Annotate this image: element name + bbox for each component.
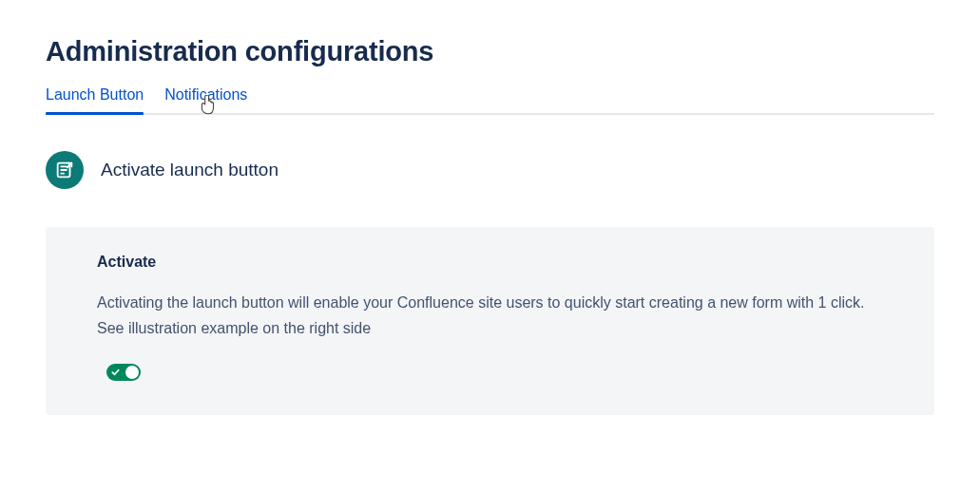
section-title: Activate launch button [101, 160, 279, 180]
page-title: Administration configurations [46, 36, 934, 67]
card-title: Activate [97, 254, 887, 271]
activate-toggle[interactable] [106, 364, 141, 381]
tab-notifications[interactable]: Notifications [164, 86, 247, 113]
activate-card: Activate Activating the launch button wi… [46, 227, 934, 415]
card-body-text: Activating the launch button will enable… [97, 290, 887, 341]
tabs: Launch Button Notifications [46, 86, 934, 115]
toggle-knob [125, 366, 139, 379]
form-launch-icon [46, 151, 84, 189]
tab-launch-button[interactable]: Launch Button [46, 86, 144, 113]
checkmark-icon [111, 368, 120, 377]
section-header: Activate launch button [46, 151, 934, 189]
